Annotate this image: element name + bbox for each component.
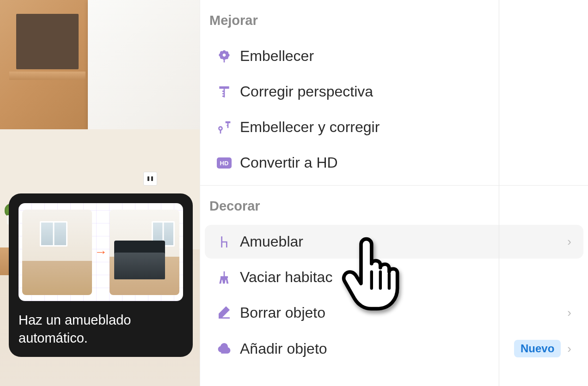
tooltip-preview: → [18, 203, 183, 301]
tooltip-text: Haz un amueblado automático. [18, 311, 183, 347]
app-container: → Haz un amueblado automático. Mejorar E… [0, 0, 588, 386]
section-improve: Mejorar Embellecer Corregir perspectiva … [200, 0, 588, 180]
broom-icon [214, 269, 234, 286]
menu-label: Amueblar [240, 233, 567, 250]
preview-after [110, 210, 179, 295]
cursor-hand-icon [340, 235, 400, 312]
ruler-icon [214, 84, 234, 100]
menu-label: Vaciar habitac [240, 269, 574, 286]
flower-ruler-icon [214, 119, 234, 136]
menu-label: Convertir a HD [240, 154, 574, 171]
hd-icon: HD [214, 155, 234, 171]
menu-label: Añadir objeto [240, 340, 514, 357]
menu-label: Embellecer [240, 48, 574, 65]
menu-item-perspective[interactable]: Corregir perspectiva [205, 75, 583, 109]
chair-icon [214, 234, 234, 250]
eraser-icon [214, 305, 234, 321]
preview-image-panel: → Haz un amueblado automático. [0, 0, 200, 386]
menu-item-beautify[interactable]: Embellecer [205, 39, 583, 73]
wall-outlet [143, 172, 157, 186]
flower-icon [214, 48, 234, 65]
chevron-right-icon: › [567, 235, 574, 249]
menu-label: Corregir perspectiva [240, 83, 574, 100]
menu-label: Embellecer y corregir [240, 119, 574, 136]
section-title-decorate: Decorar [200, 186, 588, 223]
preview-before [22, 210, 92, 295]
cloud-icon [214, 340, 234, 357]
menu-item-add-object[interactable]: Añadir objeto Nuevo › [205, 332, 583, 366]
kitchen-scene [0, 0, 200, 129]
menu-label: Borrar objeto [240, 304, 567, 321]
section-title-improve: Mejorar [200, 0, 588, 37]
panel-edge [499, 0, 499, 386]
menu-item-hd[interactable]: HD Convertir a HD [205, 146, 583, 180]
menu-item-beautify-correct[interactable]: Embellecer y corregir [205, 110, 583, 144]
chevron-right-icon: › [567, 342, 574, 356]
arrow-icon: → [94, 245, 108, 259]
tools-menu-panel: Mejorar Embellecer Corregir perspectiva … [200, 0, 588, 386]
new-badge: Nuevo [514, 340, 561, 357]
svg-text:HD: HD [220, 160, 229, 167]
feature-tooltip: → Haz un amueblado automático. [9, 193, 193, 357]
chevron-right-icon: › [567, 306, 574, 320]
